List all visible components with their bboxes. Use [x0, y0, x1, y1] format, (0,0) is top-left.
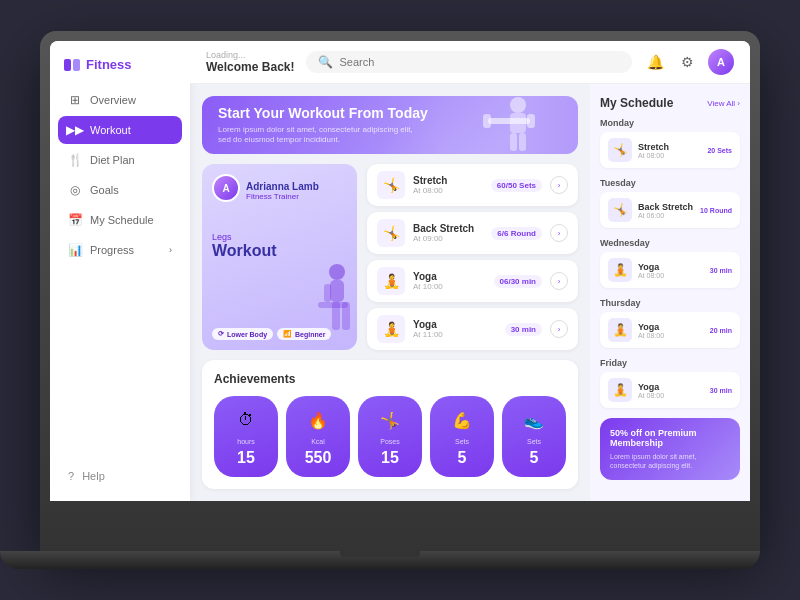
day-duration-wednesday: 30 min: [710, 267, 732, 274]
laptop-shell: Fitness ⊞ Overview ▶▶ Workout 🍴: [40, 31, 760, 551]
overview-icon: ⊞: [68, 93, 82, 107]
day-label-thursday: Thursday: [600, 298, 740, 308]
day-label-monday: Monday: [600, 118, 740, 128]
day-exercise-thursday: Yoga: [638, 322, 704, 332]
promo-title: 50% off on Premium Membership: [610, 428, 730, 448]
day-thumb-thursday: 🧘: [608, 318, 632, 342]
day-time-wednesday: At 08:00: [638, 272, 704, 279]
svg-rect-5: [510, 133, 517, 151]
gear-icon[interactable]: ⚙: [676, 51, 698, 73]
poses-icon: 🤸: [376, 406, 404, 434]
progress-icon: 📊: [68, 243, 82, 257]
tag-lower-body-label: Lower Body: [227, 331, 267, 338]
diet-icon: 🍴: [68, 153, 82, 167]
search-input[interactable]: [339, 56, 620, 68]
sets2-label: Sets: [527, 438, 541, 445]
sidebar-help[interactable]: ? Help: [50, 463, 190, 489]
exercise-info-0: Stretch At 08:00: [413, 175, 483, 195]
exercise-name-2: Yoga: [413, 271, 486, 282]
day-label-wednesday: Wednesday: [600, 238, 740, 248]
svg-point-7: [329, 264, 345, 280]
exercise-thumb-0: 🤸: [377, 171, 405, 199]
kcal-icon: 🔥: [304, 406, 332, 434]
progress-arrow-icon: ›: [169, 245, 172, 255]
svg-rect-10: [332, 302, 340, 330]
day-time-tuesday: At 06:00: [638, 212, 694, 219]
achievement-sets1: 💪 Sets 5: [430, 396, 494, 477]
sets1-icon: 💪: [448, 406, 476, 434]
laptop-base: [0, 551, 760, 569]
trainer-name: Adrianna Lamb: [246, 181, 319, 192]
welcome-text: Welcome Back!: [206, 60, 294, 74]
poses-label: Poses: [380, 438, 399, 445]
promo-card[interactable]: 50% off on Premium Membership Lorem ipsu…: [600, 418, 740, 480]
day-duration-friday: 30 min: [710, 387, 732, 394]
exercise-play-btn-3[interactable]: ›: [550, 320, 568, 338]
svg-rect-4: [527, 114, 535, 128]
view-all-link[interactable]: View All ›: [707, 99, 740, 108]
search-bar[interactable]: 🔍: [306, 51, 632, 73]
app-container: Fitness ⊞ Overview ▶▶ Workout 🍴: [50, 41, 750, 501]
exercise-item: 🤸 Stretch At 08:00 60/50 Sets ›: [367, 164, 578, 206]
header-actions: 🔔 ⚙ A: [644, 49, 734, 75]
tag-lower-body: ⟳ Lower Body: [212, 328, 273, 340]
day-thumb-tuesday: 🤸: [608, 198, 632, 222]
svg-rect-8: [330, 280, 344, 302]
svg-rect-3: [483, 114, 491, 128]
day-time-monday: At 08:00: [638, 152, 701, 159]
user-avatar[interactable]: A: [708, 49, 734, 75]
promo-text: Lorem ipsum dolor sit amet, consectetur …: [610, 452, 730, 470]
day-label-tuesday: Tuesday: [600, 178, 740, 188]
search-icon: 🔍: [318, 55, 333, 69]
sidebar-item-overview[interactable]: ⊞ Overview: [58, 86, 182, 114]
exercise-name-3: Yoga: [413, 319, 497, 330]
exercise-name-1: Back Stretch: [413, 223, 483, 234]
sidebar-item-label: My Schedule: [90, 214, 154, 226]
exercise-play-btn-1[interactable]: ›: [550, 224, 568, 242]
day-thursday: Thursday 🧘 Yoga At 08:00 20 min: [600, 298, 740, 348]
svg-rect-6: [519, 133, 526, 151]
lower-body-icon: ⟳: [218, 330, 224, 338]
day-thumb-wednesday: 🧘: [608, 258, 632, 282]
sidebar-item-label: Workout: [90, 124, 131, 136]
achievements-section: Achievements ⏱ hours 15 🔥: [202, 360, 578, 489]
sidebar-item-label: Overview: [90, 94, 136, 106]
exercise-time-3: At 11:00: [413, 330, 497, 339]
sidebar-item-workout[interactable]: ▶▶ Workout: [58, 116, 182, 144]
day-card-tuesday: 🤸 Back Stretch At 06:00 10 Round: [600, 192, 740, 228]
exercise-play-btn-0[interactable]: ›: [550, 176, 568, 194]
help-label: Help: [82, 470, 105, 482]
sidebar: Fitness ⊞ Overview ▶▶ Workout 🍴: [50, 41, 190, 501]
sidebar-item-label: Progress: [90, 244, 134, 256]
sidebar-item-goals[interactable]: ◎ Goals: [58, 176, 182, 204]
achievement-items: ⏱ hours 15 🔥 Kcal 550: [214, 396, 566, 477]
exercise-badge-3: 30 min: [505, 323, 542, 336]
exercise-play-btn-2[interactable]: ›: [550, 272, 568, 290]
hours-label: hours: [237, 438, 255, 445]
sidebar-item-my-schedule[interactable]: 📅 My Schedule: [58, 206, 182, 234]
achievements-title: Achievements: [214, 372, 566, 386]
day-card-friday: 🧘 Yoga At 08:00 30 min: [600, 372, 740, 408]
sets2-icon: 👟: [520, 406, 548, 434]
exercise-info-2: Yoga At 10:00: [413, 271, 486, 291]
sets1-label: Sets: [455, 438, 469, 445]
svg-rect-12: [324, 284, 331, 302]
sidebar-item-label: Goals: [90, 184, 119, 196]
sidebar-logo: Fitness: [50, 53, 190, 86]
workout-type: Workout: [212, 242, 347, 260]
exercise-name-0: Stretch: [413, 175, 483, 186]
sidebar-item-diet[interactable]: 🍴 Diet Plan: [58, 146, 182, 174]
screen: Fitness ⊞ Overview ▶▶ Workout 🍴: [50, 41, 750, 501]
day-tuesday: Tuesday 🤸 Back Stretch At 06:00 10 Round: [600, 178, 740, 228]
bell-icon[interactable]: 🔔: [644, 51, 666, 73]
workout-section: A Adrianna Lamb Fitness Trainer Legs Wor…: [202, 164, 578, 350]
sidebar-item-progress[interactable]: 📊 Progress ›: [58, 236, 182, 264]
logo-icon: [64, 59, 80, 71]
main-area: Loading... Welcome Back! 🔍 🔔 ⚙ A: [190, 41, 750, 501]
exercise-badge-2: 06/30 min: [494, 275, 542, 288]
day-exercise-monday: Stretch: [638, 142, 701, 152]
exercise-item: 🤸 Back Stretch At 09:00 6/6 Round ›: [367, 212, 578, 254]
exercise-info-1: Back Stretch At 09:00: [413, 223, 483, 243]
beginner-icon: 📶: [283, 330, 292, 338]
schedule-header: My Schedule View All ›: [600, 96, 740, 110]
